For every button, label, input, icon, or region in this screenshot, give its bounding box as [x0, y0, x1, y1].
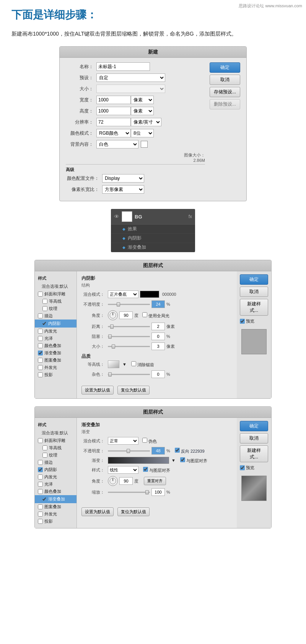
ls1-satin-checkbox[interactable]	[38, 336, 43, 341]
ls2-reset-default-btn[interactable]: 复位为默认值	[117, 507, 150, 516]
ls2-texture-checkbox[interactable]	[42, 453, 47, 458]
ls1-stroke-checkbox[interactable]	[38, 313, 43, 318]
ls1-preview-checkbox[interactable]	[240, 319, 245, 324]
ls2-opacity-input[interactable]	[151, 447, 165, 455]
layers-bg-row[interactable]: 👁 BG fx	[111, 209, 195, 225]
ls1-opacity-track[interactable]	[108, 304, 150, 305]
ls2-sub-title: 渐变	[81, 429, 232, 435]
nc-color-mode-select[interactable]: RGB颜色	[96, 129, 131, 137]
ls1-size-input[interactable]	[151, 342, 165, 350]
ls1-global-light-checkbox[interactable]	[142, 312, 147, 317]
ls1-new-style-btn[interactable]: 新建样式...	[240, 299, 268, 316]
ls1-blend-label: 混合模式：	[81, 292, 106, 297]
ls1-opacity-input[interactable]	[151, 300, 165, 308]
nc-ok-btn[interactable]: 确定	[210, 62, 240, 73]
nc-height-unit-select[interactable]: 像素	[131, 107, 154, 115]
nc-height-input[interactable]	[96, 107, 131, 115]
eye-icon[interactable]: 👁	[114, 214, 119, 220]
ls2-scale-input[interactable]	[151, 488, 165, 496]
ls1-pattern-overlay-checkbox[interactable]	[38, 358, 43, 363]
ls1-noise-track[interactable]	[108, 374, 150, 375]
ls2-inner-glow-checkbox[interactable]	[38, 474, 43, 479]
layers-gradient-overlay[interactable]: ◆ 渐变叠加	[111, 243, 195, 252]
ls1-bevel-checkbox[interactable]	[38, 292, 43, 297]
ls1-distance-input[interactable]	[151, 323, 165, 330]
ls2-inner-shadow-checkbox[interactable]	[38, 467, 43, 472]
nc-pa-select[interactable]: 方形像素	[102, 185, 144, 194]
nc-bits-select[interactable]: 8位	[131, 129, 154, 137]
ls2-blend-label: 混合模式：	[81, 438, 106, 444]
ls1-contour-thumb[interactable]	[108, 360, 119, 368]
ls2-outer-glow-checkbox[interactable]	[38, 512, 43, 517]
ls2-opacity-track[interactable]	[108, 450, 150, 452]
ls2-angle-widget[interactable]	[108, 476, 118, 486]
ls2-stroke-checkbox[interactable]	[38, 460, 43, 465]
ls2-preview-checkbox[interactable]	[240, 465, 245, 470]
ls2-align-checkbox[interactable]	[180, 457, 185, 462]
ls1-angle-input[interactable]	[119, 311, 133, 319]
ls2-angle-input[interactable]	[119, 477, 133, 485]
ls2-reset-align-btn[interactable]: 重置对齐	[144, 477, 166, 485]
nc-save-preset-btn[interactable]: 存储预设...	[210, 87, 240, 97]
ls2-cancel-btn[interactable]: 取消	[240, 433, 268, 443]
ls2-align2-checkbox[interactable]	[143, 467, 148, 472]
ls1-bottom-btns: 设置为默认值 复位为默认值	[81, 386, 232, 395]
ls1-contour-checkbox[interactable]	[42, 299, 47, 304]
ls1-texture-checkbox[interactable]	[42, 306, 47, 311]
nc-width-unit-select[interactable]: 像素	[131, 96, 154, 104]
ls2-gradient-dropdown-icon[interactable]: ▼	[171, 458, 176, 463]
nc-bg-select[interactable]: 白色	[96, 140, 138, 148]
nc-size-select[interactable]	[96, 85, 165, 93]
ls2-fake-color-checkbox[interactable]	[142, 438, 147, 443]
ls1-cancel-btn[interactable]: 取消	[240, 287, 268, 297]
ls1-set-default-btn[interactable]: 设置为默认值	[81, 386, 114, 395]
ls1-color-hex: 000000	[162, 292, 176, 297]
ls1-inner-shadow[interactable]: 内阴影	[35, 320, 76, 328]
nc-res-input[interactable]	[96, 118, 131, 126]
nc-width-input[interactable]	[96, 96, 131, 104]
ls2-pattern-overlay-checkbox[interactable]	[38, 504, 43, 509]
ls1-angle-widget[interactable]	[108, 310, 118, 320]
ls2-scale-track[interactable]	[108, 492, 150, 493]
ls2-gradient-bar[interactable]	[108, 457, 169, 464]
ls1-blend-options[interactable]: 混合选项:默认	[35, 282, 76, 290]
ls2-gradient-overlay[interactable]: 渐变叠加	[35, 495, 76, 503]
ls1-color-overlay-checkbox[interactable]	[38, 343, 43, 348]
ls1-ok-btn[interactable]: 确定	[240, 274, 268, 285]
ls1-outer-glow-checkbox[interactable]	[38, 365, 43, 370]
ls1-blend-select[interactable]: 正片叠底	[108, 290, 138, 298]
ls2-bevel-checkbox[interactable]	[38, 438, 43, 443]
ls1-gradient-overlay-checkbox[interactable]	[38, 351, 43, 355]
ls1-reset-default-btn[interactable]: 复位为默认值	[117, 386, 150, 395]
ls1-dropdown-icon[interactable]: ▼	[122, 362, 127, 367]
ls1-color-box[interactable]	[140, 291, 159, 298]
ls2-style-select[interactable]: 线性	[108, 466, 138, 474]
ls2-reverse-checkbox[interactable]	[175, 448, 180, 453]
ls1-inner-glow-checkbox[interactable]	[38, 329, 43, 334]
ls2-blend-options[interactable]: 混合选项:默认	[35, 429, 76, 437]
nc-delete-preset-btn[interactable]: 删除预设...	[210, 99, 240, 109]
ls1-choke-track[interactable]	[108, 336, 150, 337]
ls1-choke-input[interactable]	[151, 333, 165, 340]
ls2-gradient-overlay-checkbox[interactable]	[42, 497, 47, 502]
ls1-inner-shadow-checkbox[interactable]	[42, 321, 47, 326]
ls2-drop-shadow-checkbox[interactable]	[38, 519, 43, 524]
ls2-ok-btn[interactable]: 确定	[240, 421, 268, 431]
ls2-contour-checkbox[interactable]	[42, 445, 47, 450]
ls1-size-track[interactable]	[108, 346, 150, 347]
nc-cp-select[interactable]: Display	[102, 174, 144, 183]
ls2-color-overlay-checkbox[interactable]	[38, 489, 43, 494]
ls1-noise-input[interactable]	[151, 370, 165, 378]
ls2-satin-checkbox[interactable]	[38, 482, 43, 487]
ls2-new-style-btn[interactable]: 新建样式...	[240, 445, 268, 462]
nc-cancel-btn[interactable]: 取消	[210, 75, 240, 85]
nc-preset-select[interactable]: 自定	[96, 73, 165, 82]
ls1-distance-track[interactable]	[108, 326, 150, 327]
ls2-set-default-btn[interactable]: 设置为默认值	[81, 507, 114, 516]
nc-name-input[interactable]	[96, 62, 150, 71]
ls1-drop-shadow-checkbox[interactable]	[38, 372, 43, 377]
nc-res-unit-select[interactable]: 像素/英寸	[131, 118, 161, 126]
layers-inner-shadow[interactable]: ◆ 内阴影	[111, 234, 195, 243]
ls2-blend-select[interactable]: 正常	[108, 437, 138, 445]
ls1-aliasing-checkbox[interactable]	[131, 361, 136, 366]
